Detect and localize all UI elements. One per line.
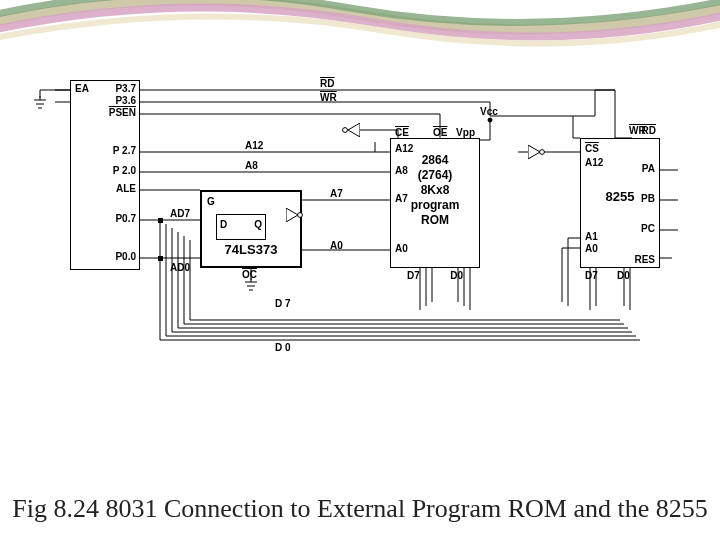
- pin-q: Q: [254, 219, 262, 230]
- ppi-pc: PC: [641, 223, 655, 234]
- rom-d0: D0: [450, 270, 463, 281]
- inverter-ce-icon: [342, 123, 360, 137]
- ppi-a1: A1: [585, 231, 598, 242]
- ppi-cs: CS: [585, 143, 599, 154]
- ppi-res: RES: [634, 254, 655, 265]
- ppi-d7: D7: [585, 270, 598, 281]
- svg-marker-65: [348, 123, 360, 137]
- ppi-a12: A12: [585, 157, 603, 168]
- sig-rd: RD: [320, 78, 334, 89]
- svg-point-66: [343, 128, 348, 133]
- rom-block: CE OE Vpp A12 A8 A7 A0 2864 (2764) 8Kx8 …: [390, 138, 480, 268]
- ground-oc-icon: [244, 278, 258, 292]
- sig-a7: A7: [330, 188, 343, 199]
- figure-caption: Fig 8.24 8031 Connection to External Pro…: [0, 494, 720, 524]
- rom-ce: CE: [395, 127, 409, 138]
- pin-p20: P 2.0: [113, 165, 136, 176]
- ppi-pb: PB: [641, 193, 655, 204]
- pin-p27: P 2.7: [113, 145, 136, 156]
- pin-d: D: [220, 219, 227, 230]
- svg-point-20: [488, 118, 492, 122]
- svg-point-64: [298, 213, 303, 218]
- pin-g: G: [207, 196, 215, 207]
- schematic-diagram: EA P3.7 P3.6 PSEN P 2.7 P 2.0 ALE P0.7 P…: [20, 80, 700, 440]
- pin-p00: P0.0: [115, 251, 136, 262]
- rom-oe: OE: [433, 127, 447, 138]
- rom-name: 2864 (2764) 8Kx8 program ROM: [391, 153, 479, 228]
- bus-ad7: AD7: [170, 208, 190, 219]
- sig-a12: A12: [245, 140, 263, 151]
- bus-node: [158, 218, 163, 223]
- rom-d7: D7: [407, 270, 420, 281]
- pin-psen: PSEN: [109, 107, 136, 118]
- svg-marker-63: [286, 208, 298, 222]
- sig-wr: WR: [320, 92, 337, 103]
- pin-p36: P3.6: [115, 95, 136, 106]
- ppi-d0: D0: [617, 270, 630, 281]
- ppi-block: WR RD CS A12 PA 8255 PB PC A1 A0 RES D7 …: [580, 138, 660, 268]
- ppi-a0: A0: [585, 243, 598, 254]
- pin-ea: EA: [75, 83, 89, 94]
- sig-a0: A0: [330, 240, 343, 251]
- header-swoosh: [0, 0, 720, 55]
- inverter-cs-icon: [528, 145, 546, 159]
- pin-p07: P0.7: [115, 213, 136, 224]
- svg-marker-67: [528, 145, 540, 159]
- mcu-block: EA P3.7 P3.6 PSEN P 2.7 P 2.0 ALE P0.7 P…: [70, 80, 140, 270]
- bus-node: [158, 256, 163, 261]
- latch-name: 74LS373: [202, 242, 300, 258]
- ppi-rd: RD: [642, 125, 656, 136]
- rom-a0: A0: [395, 243, 408, 254]
- bus-d7: D 7: [275, 298, 291, 309]
- pin-ale: ALE: [116, 183, 136, 194]
- sig-a8: A8: [245, 160, 258, 171]
- latch-buffer-icon: [286, 208, 304, 222]
- pin-p37: P3.7: [115, 83, 136, 94]
- latch-block: G D Q 74LS373 OC: [200, 190, 302, 268]
- svg-point-68: [540, 150, 545, 155]
- sig-vcc: Vcc: [480, 106, 498, 117]
- rom-vpp: Vpp: [456, 127, 475, 138]
- ppi-pa: PA: [642, 163, 655, 174]
- bus-ad0: AD0: [170, 262, 190, 273]
- ground-ea-icon: [33, 96, 47, 110]
- bus-d0: D 0: [275, 342, 291, 353]
